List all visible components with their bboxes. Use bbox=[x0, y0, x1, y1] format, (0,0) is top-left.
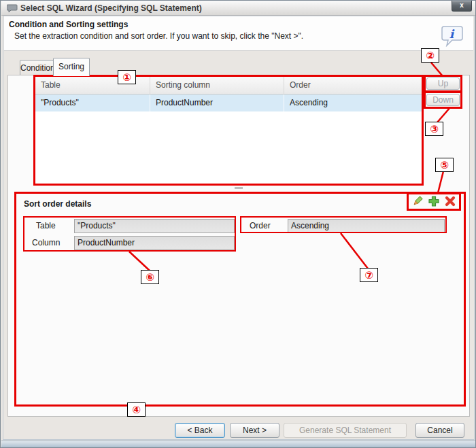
table-field-label: Table bbox=[36, 221, 56, 230]
column-field[interactable]: ProductNumber bbox=[74, 236, 235, 250]
window-title: Select SQL Wizard (Specifying SQL Statem… bbox=[20, 3, 202, 13]
close-button[interactable]: x bbox=[452, 1, 472, 12]
order-field-label: Order bbox=[250, 221, 271, 230]
cancel-button[interactable]: Cancel bbox=[415, 423, 464, 438]
table-row[interactable]: "Products" ProductNumber Ascending bbox=[35, 94, 422, 111]
order-field[interactable]: Ascending bbox=[288, 219, 445, 233]
sorting-list-header: Table Sorting column Order bbox=[35, 77, 422, 94]
row-cell-sorting-column: ProductNumber bbox=[150, 94, 284, 111]
table-field[interactable]: "Products" bbox=[74, 219, 235, 233]
up-button[interactable]: Up bbox=[426, 77, 460, 90]
row-cell-order: Ascending bbox=[284, 94, 420, 111]
edit-pencil-icon[interactable] bbox=[411, 195, 424, 207]
sorting-list: Table Sorting column Order "Products" Pr… bbox=[35, 77, 422, 184]
page-title: Condition and Sorting settings bbox=[9, 20, 128, 29]
window-speech-bubble-icon bbox=[7, 4, 18, 14]
down-button[interactable]: Down bbox=[426, 94, 460, 106]
generate-sql-statement-button[interactable]: Generate SQL Statement bbox=[284, 423, 407, 438]
column-header-order: Order bbox=[284, 77, 420, 94]
tab-sorting[interactable]: Sorting bbox=[53, 58, 90, 76]
column-header-sorting-column: Sorting column bbox=[150, 77, 284, 94]
title-bar: Select SQL Wizard (Specifying SQL Statem… bbox=[1, 1, 476, 16]
column-field-label: Column bbox=[32, 238, 60, 247]
next-button[interactable]: Next > bbox=[230, 423, 279, 438]
column-header-table: Table bbox=[35, 77, 150, 94]
row-cell-table: "Products" bbox=[35, 94, 150, 111]
add-plus-icon[interactable] bbox=[428, 195, 440, 207]
info-icon[interactable]: i bbox=[441, 25, 464, 47]
detail-toolbar bbox=[411, 195, 456, 209]
splitter-handle[interactable] bbox=[235, 187, 243, 189]
page-description: Set the extraction condition and sort or… bbox=[14, 31, 303, 41]
sort-order-details-title: Sort order details bbox=[24, 199, 91, 209]
delete-x-icon[interactable] bbox=[444, 195, 456, 207]
back-button[interactable]: < Back bbox=[175, 423, 225, 438]
select-sql-wizard-dialog: Select SQL Wizard (Specifying SQL Statem… bbox=[0, 0, 476, 448]
tab-condition[interactable]: Condition bbox=[20, 60, 54, 75]
window-bottom-bevel bbox=[1, 441, 476, 448]
